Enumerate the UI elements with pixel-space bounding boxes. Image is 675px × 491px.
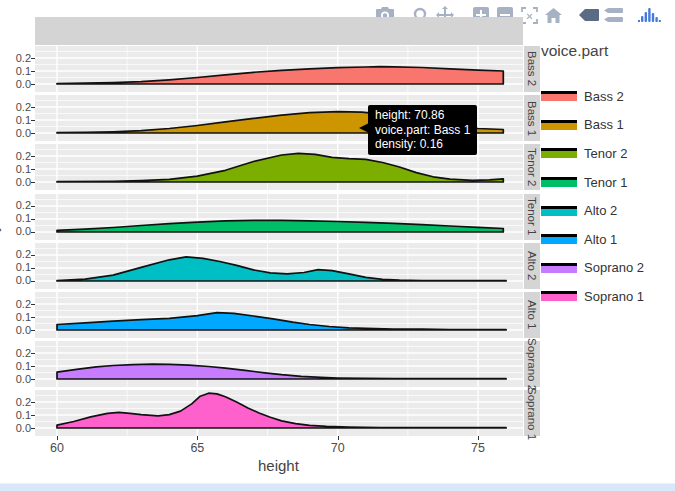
legend-swatch xyxy=(541,206,577,216)
facet-strip-soprano-1: Soprano 1 xyxy=(524,390,540,436)
facet-panel-soprano-1[interactable] xyxy=(35,390,523,436)
y-tick-mark xyxy=(31,169,35,170)
facet-strip-label: Tenor 1 xyxy=(524,197,540,235)
tooltip-line-density: density: 0.16 xyxy=(375,137,470,152)
y-tick-label: 0.2 xyxy=(5,348,31,359)
y-tick-mark xyxy=(31,255,35,256)
legend-item-alto-2[interactable]: Alto 2 xyxy=(541,196,675,225)
y-tick-mark xyxy=(31,415,35,416)
x-tick-mark xyxy=(478,436,479,440)
legend-label: Bass 2 xyxy=(584,89,624,104)
plot-stage: Bass 20.20.10.0 Bass 10.20.10.0 Tenor 20… xyxy=(0,0,675,491)
density-area-bass-2[interactable] xyxy=(57,67,503,84)
legend-label: Tenor 1 xyxy=(584,175,627,190)
legend-swatch xyxy=(541,291,577,301)
y-tick-mark xyxy=(31,330,35,331)
x-tick-label: 70 xyxy=(323,441,353,455)
density-area-alto-1[interactable] xyxy=(57,313,506,330)
facet-strip-tenor-2: Tenor 2 xyxy=(524,144,540,190)
facet-panel-alto-1[interactable] xyxy=(35,292,523,338)
reset-axes-icon[interactable] xyxy=(541,5,565,25)
facet-strip-label: Alto 2 xyxy=(524,251,540,280)
legend-label: Soprano 2 xyxy=(584,260,644,275)
y-tick-mark xyxy=(31,84,35,85)
y-tick-mark xyxy=(31,379,35,380)
y-tick-label: 0.1 xyxy=(5,312,31,323)
y-tick-mark xyxy=(31,58,35,59)
facet-strip-alto-1: Alto 1 xyxy=(524,292,540,338)
legend-swatch xyxy=(541,177,577,187)
x-tick-mark xyxy=(57,436,58,440)
y-tick-label: 0.0 xyxy=(5,128,31,139)
top-band xyxy=(35,17,523,45)
y-tick-label: 0.0 xyxy=(5,374,31,385)
y-tick-mark xyxy=(31,71,35,72)
facet-strip-bass-1: Bass 1 xyxy=(524,95,540,141)
density-area-soprano-1[interactable] xyxy=(57,394,506,429)
plotly-logo-icon[interactable] xyxy=(637,5,661,25)
legend-label: Tenor 2 xyxy=(584,146,627,161)
hover-closest-icon[interactable] xyxy=(577,5,601,25)
legend-item-bass-1[interactable]: Bass 1 xyxy=(541,111,675,140)
y-tick-mark xyxy=(31,107,35,108)
y-tick-label: 0.0 xyxy=(5,226,31,237)
y-tick-mark xyxy=(31,232,35,233)
x-tick-label: 75 xyxy=(463,441,493,455)
density-area-alto-2[interactable] xyxy=(57,257,506,281)
facet-strip-soprano-2: Soprano 2 xyxy=(524,341,540,387)
y-tick-label: 0.1 xyxy=(5,361,31,372)
legend-label: Bass 1 xyxy=(584,117,624,132)
facet-strip-label: Soprano 1 xyxy=(524,387,540,440)
legend-label: Alto 1 xyxy=(584,232,617,247)
tooltip-line-height: height: 70.86 xyxy=(375,108,470,123)
y-tick-mark xyxy=(31,219,35,220)
density-area-tenor-1[interactable] xyxy=(57,220,503,232)
legend-item-tenor-1[interactable]: Tenor 1 xyxy=(541,168,675,197)
viewer-scrollbar[interactable] xyxy=(0,483,675,491)
facet-panel-tenor-1[interactable] xyxy=(35,194,523,240)
y-tick-mark xyxy=(31,206,35,207)
hover-compare-icon[interactable] xyxy=(601,5,625,25)
facet-strip-bass-2: Bass 2 xyxy=(524,46,540,92)
y-tick-label: 0.2 xyxy=(5,200,31,211)
y-tick-mark xyxy=(31,317,35,318)
x-axis-title: height xyxy=(258,457,299,474)
facet-strip-label: Tenor 2 xyxy=(524,148,540,186)
facet-panel-bass-2[interactable] xyxy=(35,46,523,92)
y-tick-label: 0.1 xyxy=(5,262,31,273)
y-tick-label: 0.0 xyxy=(5,79,31,90)
legend-item-bass-2[interactable]: Bass 2 xyxy=(541,82,675,111)
legend-title: voice.part xyxy=(541,42,675,60)
tooltip-line-voicepart: voice.part: Bass 1 xyxy=(375,123,470,138)
legend-item-soprano-1[interactable]: Soprano 1 xyxy=(541,282,675,311)
y-tick-mark xyxy=(31,281,35,282)
facet-strip-label: Soprano 2 xyxy=(524,338,540,391)
facet-strip-tenor-1: Tenor 1 xyxy=(524,194,540,240)
legend-item-alto-1[interactable]: Alto 1 xyxy=(541,225,675,254)
y-tick-label: 0.2 xyxy=(5,151,31,162)
y-tick-label: 0.2 xyxy=(5,397,31,408)
legend: voice.part Bass 2 Bass 1 Tenor 2 Tenor 1… xyxy=(541,42,675,311)
y-tick-label: 0.2 xyxy=(5,102,31,113)
y-tick-mark xyxy=(31,156,35,157)
y-tick-label: 0.0 xyxy=(5,423,31,434)
legend-item-soprano-2[interactable]: Soprano 2 xyxy=(541,254,675,283)
legend-swatch xyxy=(541,91,577,101)
y-tick-mark xyxy=(31,402,35,403)
legend-item-tenor-2[interactable]: Tenor 2 xyxy=(541,139,675,168)
facet-panel-alto-2[interactable] xyxy=(35,243,523,289)
y-tick-mark xyxy=(31,133,35,134)
x-tick-label: 60 xyxy=(42,441,72,455)
facet-strip-label: Bass 2 xyxy=(524,51,540,86)
modebar-group xyxy=(577,5,625,25)
y-tick-mark xyxy=(31,428,35,429)
y-tick-label: 0.0 xyxy=(5,325,31,336)
facet-panel-soprano-2[interactable] xyxy=(35,341,523,387)
y-tick-label: 0.2 xyxy=(5,249,31,260)
y-tick-label: 0.2 xyxy=(5,53,31,64)
y-tick-label: 0.2 xyxy=(5,299,31,310)
density-area-tenor-2[interactable] xyxy=(57,154,503,183)
y-tick-mark xyxy=(31,353,35,354)
y-tick-mark xyxy=(31,182,35,183)
legend-swatch xyxy=(541,120,577,130)
